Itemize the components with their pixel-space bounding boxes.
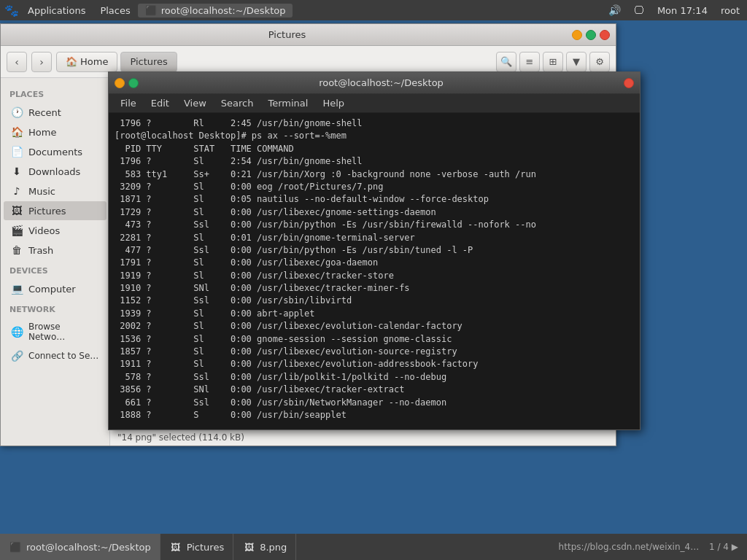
recent-icon: 🕐 <box>11 106 23 118</box>
list-view-button[interactable]: ≡ <box>519 52 540 72</box>
taskbar-pictures-icon: 🖼 <box>169 540 182 553</box>
terminal-menu-view[interactable]: View <box>177 96 214 111</box>
sidebar-item-connect-label: Connect to Se… <box>28 351 98 361</box>
sidebar-item-browse-network[interactable]: 🌐 Browse Netwo… <box>4 318 107 346</box>
sidebar-item-videos[interactable]: 🎬 Videos <box>4 221 107 240</box>
search-button[interactable]: 🔍 <box>496 52 516 72</box>
sidebar-item-documents-label: Documents <box>28 147 82 158</box>
sidebar-item-trash-label: Trash <box>28 245 53 256</box>
taskbar-right: https://blog.csdn.net/weixin_4… 1 / 4 ▶ <box>550 542 747 552</box>
taskbar-item-pictures[interactable]: 🖼 Pictures <box>160 534 233 560</box>
places-section-label: Places <box>1 84 109 102</box>
terminal-menu-edit[interactable]: Edit <box>144 96 177 111</box>
sidebar-item-home[interactable]: 🏠 Home <box>4 122 107 141</box>
sidebar-item-downloads-label: Downloads <box>28 166 80 177</box>
sidebar-item-browse-label: Browse Netwo… <box>28 322 99 342</box>
sidebar-item-pictures-label: Pictures <box>28 206 66 217</box>
home-label: Home <box>80 56 108 67</box>
taskbar-terminal-label: root@localhost:~/Desktop <box>26 542 151 553</box>
videos-icon: 🎬 <box>11 225 23 236</box>
volume-icon[interactable]: 🔊 <box>605 4 624 16</box>
sidebar-item-downloads[interactable]: ⬇ Downloads <box>4 162 107 181</box>
terminal-menu-file[interactable]: File <box>113 96 144 111</box>
forward-button[interactable]: › <box>31 52 52 72</box>
music-icon: ♪ <box>11 185 23 197</box>
devices-section-label: Devices <box>1 260 109 279</box>
taskbar-item-8png[interactable]: 🖼 8.png <box>233 534 296 560</box>
status-text: "14 png" selected (114.0 kB) <box>117 432 244 443</box>
sidebar-item-trash[interactable]: 🗑 Trash <box>4 241 107 260</box>
app-logo-icon: 🐾 <box>4 4 19 18</box>
downloads-icon: ⬇ <box>11 166 23 177</box>
places-menu[interactable]: Places <box>93 4 137 18</box>
network-icon: 🌐 <box>11 326 23 338</box>
taskbar-8png-label: 8.png <box>260 542 287 553</box>
connect-icon: 🔗 <box>11 350 23 362</box>
terminal-maximize-button[interactable] <box>128 78 139 88</box>
taskbar-terminal-icon: ⬛ <box>9 540 22 553</box>
sidebar-item-pictures[interactable]: 🖼 Pictures <box>4 201 107 220</box>
applications-menu[interactable]: Applications <box>20 4 93 18</box>
sidebar-item-recent-label: Recent <box>28 107 61 118</box>
nautilus-titlebar: Pictures <box>1 24 616 46</box>
sidebar-item-recent[interactable]: 🕐 Recent <box>4 103 107 122</box>
taskbar-pictures-label: Pictures <box>187 542 224 553</box>
pictures-label: Pictures <box>130 56 167 67</box>
pictures-sidebar-icon: 🖼 <box>11 205 23 217</box>
settings-button[interactable]: ⚙ <box>589 52 610 72</box>
grid-view-button[interactable]: ⊞ <box>543 52 563 72</box>
sort-button[interactable]: ▼ <box>566 52 587 72</box>
topbar: 🐾 Applications Places ⬛ root@localhost:~… <box>0 0 747 20</box>
taskbar-page: 1 / 4 ▶ <box>709 542 738 552</box>
sidebar-item-music[interactable]: ♪ Music <box>4 182 107 201</box>
sidebar-item-connect-server[interactable]: 🔗 Connect to Se… <box>4 346 107 365</box>
taskbar-item-terminal[interactable]: ⬛ root@localhost:~/Desktop <box>0 534 160 560</box>
taskbar: ⬛ root@localhost:~/Desktop 🖼 Pictures 🖼 … <box>0 534 747 560</box>
terminal-label: root@localhost:~/Desktop <box>161 5 286 16</box>
home-icon: 🏠 <box>66 56 77 67</box>
terminal-menu-search[interactable]: Search <box>214 96 261 111</box>
display-icon[interactable]: 🖵 <box>631 4 647 16</box>
location-bar: 🏠 Home Pictures <box>56 52 492 72</box>
terminal-content[interactable]: 1796 ? Rl 2:45 /usr/bin/gnome-shell [roo… <box>109 113 640 429</box>
taskbar-8png-icon: 🖼 <box>242 540 255 553</box>
terminal-menu-help[interactable]: Help <box>315 96 352 111</box>
terminal-taskbar-item[interactable]: ⬛ root@localhost:~/Desktop <box>138 4 293 18</box>
status-bar: "14 png" selected (114.0 kB) <box>110 428 616 446</box>
clock: Mon 17:14 <box>654 5 711 16</box>
terminal-minimize-button[interactable] <box>115 78 125 88</box>
computer-icon: 💻 <box>11 283 23 295</box>
nautilus-window-title: Pictures <box>7 29 568 40</box>
trash-icon: 🗑 <box>11 244 23 256</box>
home-sidebar-icon: 🏠 <box>11 126 23 138</box>
terminal-menubar: File Edit View Search Terminal Help <box>109 94 640 113</box>
terminal-close-button[interactable] <box>624 78 634 88</box>
terminal-titlebar: root@localhost:~/Desktop <box>109 72 640 94</box>
nautilus-close-button[interactable] <box>600 30 610 40</box>
sidebar-item-home-label: Home <box>28 127 56 138</box>
sidebar-item-videos-label: Videos <box>28 225 60 236</box>
sidebar-item-music-label: Music <box>28 186 55 197</box>
user-label: root <box>718 5 743 16</box>
pictures-location-button[interactable]: Pictures <box>120 52 177 72</box>
nautilus-maximize-button[interactable] <box>586 30 596 40</box>
sidebar-item-computer[interactable]: 💻 Computer <box>4 279 107 298</box>
network-section-label: Network <box>1 299 109 317</box>
documents-icon: 📄 <box>11 146 23 158</box>
home-location-button[interactable]: 🏠 Home <box>56 52 117 72</box>
sidebar: Places 🕐 Recent 🏠 Home 📄 Documents ⬇ Dow… <box>1 78 110 446</box>
taskbar-url: https://blog.csdn.net/weixin_4… <box>559 542 700 552</box>
terminal-icon: ⬛ <box>145 5 157 16</box>
terminal-title: root@localhost:~/Desktop <box>139 77 624 88</box>
terminal-window: root@localhost:~/Desktop File Edit View … <box>108 71 640 430</box>
sidebar-item-documents[interactable]: 📄 Documents <box>4 142 107 161</box>
sidebar-item-computer-label: Computer <box>28 284 76 295</box>
terminal-menu-terminal[interactable]: Terminal <box>260 96 315 111</box>
nautilus-minimize-button[interactable] <box>572 30 582 40</box>
back-button[interactable]: ‹ <box>7 52 27 72</box>
